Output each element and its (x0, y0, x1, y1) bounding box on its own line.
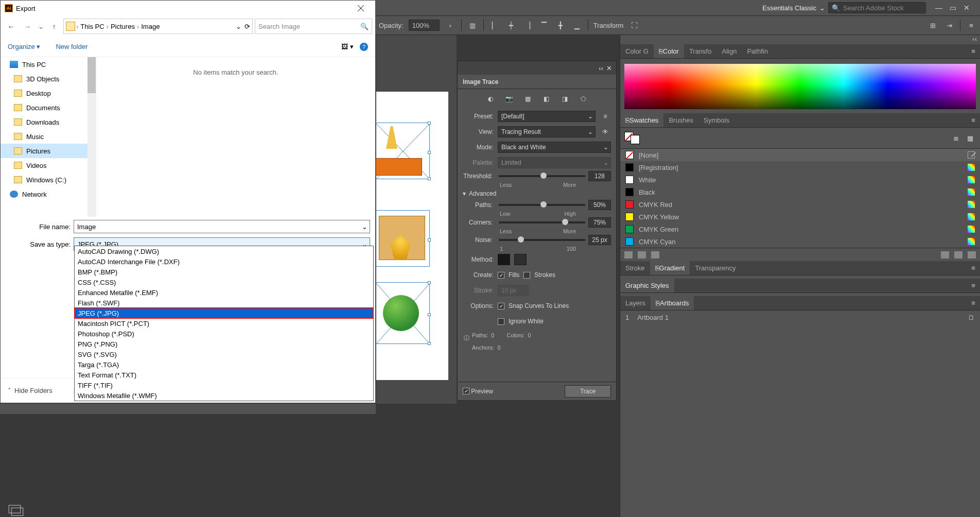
paths-slider[interactable] (499, 204, 585, 206)
swatch-lib-icon[interactable] (624, 251, 633, 258)
tab-stroke[interactable]: Stroke (620, 261, 650, 275)
filetype-option[interactable]: AutoCAD Interchange File (*.DXF) (75, 256, 373, 267)
mode-dropdown[interactable]: Black and White⌄ (498, 142, 611, 153)
align-hcenter-icon[interactable]: ┿ (505, 20, 517, 31)
paths-value[interactable]: 50% (588, 200, 611, 210)
panel-menu-icon[interactable]: ≡ (967, 296, 980, 310)
tree-item-videos[interactable]: Videos (1, 158, 96, 173)
method-overlapping[interactable] (514, 254, 527, 265)
filetype-option[interactable]: BMP (*.BMP) (75, 267, 373, 277)
tab-graphic-styles[interactable]: Graphic Styles (620, 279, 674, 292)
new-folder-button[interactable]: New folder (56, 43, 87, 50)
opacity-input[interactable]: 100% (409, 20, 440, 31)
artboard-options-icon[interactable]: 🗋 (968, 314, 975, 321)
tab-artboards[interactable]: ⎘ Artboards (651, 296, 694, 310)
file-name-input[interactable]: Image⌄ (74, 220, 370, 233)
threshold-value[interactable]: 128 (588, 171, 611, 181)
eye-icon[interactable]: 👁 (600, 126, 611, 137)
tab-symbols[interactable]: Symbols (698, 113, 734, 127)
refresh-icon[interactable]: ⟳ (244, 23, 250, 30)
tab-swatches[interactable]: ⎘ Swatches (620, 113, 663, 127)
strokes-checkbox[interactable] (523, 272, 530, 279)
tree-item-downloads[interactable]: Downloads (1, 115, 96, 129)
scrollbar-thumb[interactable] (87, 57, 96, 93)
minimize-icon[interactable]: — (935, 4, 942, 12)
expand-icon[interactable]: ⇥ (943, 20, 955, 31)
tree-item-music[interactable]: Music (1, 129, 96, 144)
filetype-option[interactable]: JPEG (*.JPG) (75, 308, 373, 318)
filetype-option[interactable]: Photoshop (*.PSD) (75, 329, 373, 339)
chevron-down-icon[interactable]: ⌄ (362, 223, 367, 231)
method-abutting[interactable] (498, 254, 510, 265)
tree-item-windows-c-[interactable]: Windows (C:) (1, 173, 96, 187)
help-icon[interactable]: ? (360, 43, 368, 51)
tab-color[interactable]: ⎘ Color (654, 44, 684, 58)
up-button[interactable]: ↑ (47, 19, 61, 33)
list-view-icon[interactable]: ≣ (950, 132, 961, 144)
view-dropdown[interactable]: Tracing Result⌄ (498, 126, 596, 137)
filetype-option[interactable]: PNG (*.PNG) (75, 339, 373, 349)
threshold-slider[interactable] (499, 175, 585, 177)
tree-item-3d-objects[interactable]: 3D Objects (1, 72, 96, 86)
preset-dropdown[interactable]: [Default]⌄ (498, 111, 596, 122)
new-swatch-icon[interactable] (954, 251, 962, 258)
swatch-white[interactable]: White (620, 174, 980, 186)
swatch--none-[interactable]: [None] (620, 149, 980, 161)
panel-menu-icon[interactable]: ≡ (967, 113, 980, 127)
swatch-cmyk-yellow[interactable]: CMYK Yellow (620, 211, 980, 223)
tree-item-desktop[interactable]: Desktop (1, 86, 96, 100)
filetype-option[interactable]: AutoCAD Drawing (*.DWG) (75, 246, 373, 256)
stock-search-input[interactable]: 🔍 Search Adobe Stock (828, 2, 926, 13)
screen-mode-icon[interactable] (8, 505, 24, 517)
isolate-icon[interactable]: ⛶ (628, 20, 640, 31)
align-vcenter-icon[interactable]: ╋ (555, 20, 566, 31)
align-bottom-icon[interactable]: ▁ (571, 20, 583, 31)
stroke-swatch2[interactable] (631, 135, 640, 144)
swatch-menu-icon[interactable] (638, 251, 646, 258)
align-icon[interactable]: ▥ (467, 20, 478, 31)
filetype-option[interactable]: Windows Metafile (*.WMF) (75, 390, 373, 401)
new-group-icon[interactable] (941, 251, 949, 258)
ignorewhite-checkbox[interactable] (498, 318, 504, 325)
filetype-option[interactable]: Text Format (*.TXT) (75, 370, 373, 380)
tree-item-this-pc[interactable]: This PC (1, 57, 96, 72)
chevron-right-icon[interactable]: › (445, 20, 456, 31)
corners-slider[interactable] (499, 221, 585, 223)
filetype-option[interactable]: Macintosh PICT (*.PCT) (75, 318, 373, 329)
corners-value[interactable]: 75% (588, 217, 611, 228)
bw-icon[interactable]: ◨ (559, 93, 570, 105)
panel-menu-icon[interactable]: ≡ (967, 279, 980, 292)
panel-menu-icon[interactable]: ≡ (967, 44, 980, 58)
noise-value[interactable]: 25 px (588, 235, 611, 245)
tab-pathfin[interactable]: Pathfin (742, 44, 773, 58)
tree-item-documents[interactable]: Documents (1, 100, 96, 115)
align-right-icon[interactable]: ▕ (522, 20, 533, 31)
preset-menu-icon[interactable]: ≡ (600, 111, 611, 122)
filetype-option[interactable]: SVG (*.SVG) (75, 349, 373, 359)
swatch-cmyk-green[interactable]: CMYK Green (620, 223, 980, 235)
outline-icon[interactable]: ⬠ (577, 93, 589, 105)
filetype-option[interactable]: CSS (*.CSS) (75, 277, 373, 287)
filetype-option[interactable]: Enhanced Metafile (*.EMF) (75, 287, 373, 298)
preview-checkbox[interactable] (463, 388, 469, 394)
delete-swatch-icon[interactable] (968, 251, 976, 258)
trace-button[interactable]: Trace (565, 385, 611, 398)
filetype-option[interactable]: Flash (*.SWF) (75, 298, 373, 308)
back-button[interactable]: ← (4, 19, 18, 33)
collapse-icon[interactable]: ‹‹ (599, 64, 603, 72)
swatch-cmyk-red[interactable]: CMYK Red (620, 198, 980, 211)
tab-layers[interactable]: Layers (620, 296, 651, 310)
canvas-area[interactable] (376, 35, 457, 404)
organize-menu[interactable]: Organize ▾ (8, 43, 40, 50)
panel-menu-icon[interactable]: ≡ (967, 261, 980, 275)
gray-icon[interactable]: ◧ (540, 93, 552, 105)
tab-transfo[interactable]: Transfo (684, 44, 717, 58)
tree-item-network[interactable]: Network (1, 187, 96, 201)
tree-item-pictures[interactable]: Pictures (1, 144, 96, 158)
tab-transparency[interactable]: Transparency (690, 261, 741, 275)
history-dropdown[interactable]: ⌄ (37, 19, 45, 33)
filetype-option[interactable]: TIFF (*.TIF) (75, 380, 373, 390)
folder-tree[interactable]: This PC3D ObjectsDesktopDocumentsDownloa… (1, 57, 96, 217)
close-icon[interactable]: ✕ (964, 4, 970, 12)
filetype-option[interactable]: Targa (*.TGA) (75, 359, 373, 370)
